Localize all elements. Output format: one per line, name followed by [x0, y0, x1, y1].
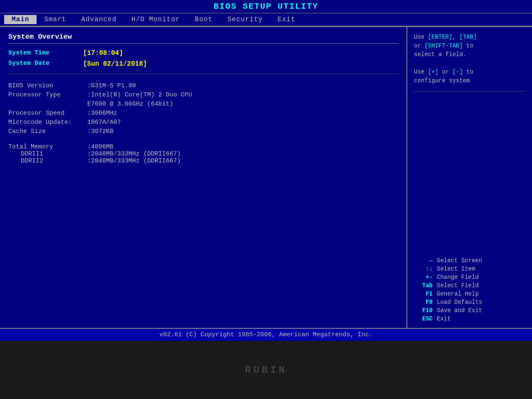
bios-version-sep: :: [87, 82, 91, 89]
key-select-item: ↑↓ Select Item: [414, 266, 525, 272]
processor-type-label2: [8, 101, 87, 108]
ddrii2-value: 2048MB/333MHz (DDRII667): [91, 158, 181, 165]
total-memory-sep: :: [87, 143, 91, 150]
processor-speed-label: Processor Speed: [8, 110, 87, 117]
key-select-item-desc: Select Item: [437, 266, 475, 272]
nav-hw-monitor[interactable]: H/O Monitor: [124, 15, 187, 24]
cache-size-sep: :: [87, 128, 91, 135]
processor-type-row2: E7600 @ 3.06GHz (64bit): [8, 101, 398, 108]
processor-type-value: Intel(R) Core(TM) 2 Duo CPU: [91, 91, 192, 99]
info-grid: BIOS Version : G31M-S P1.80 Processor Ty…: [8, 82, 398, 135]
system-date-label: System Date: [8, 60, 83, 67]
key-f9-desc: Load Defaults: [437, 299, 482, 305]
microcode-value: 1067A/A07: [87, 119, 121, 126]
nav-security[interactable]: Security: [220, 15, 270, 24]
key-f10-desc: Save and Exit: [437, 307, 482, 314]
help-line5: Use [+] or [-] to: [414, 68, 525, 76]
key-f9-name: F9: [414, 299, 433, 305]
time-date-values: [17:08:04] [Sun 02/11/2018]: [83, 49, 147, 68]
processor-speed-sep: :: [87, 110, 91, 117]
nav-advanced[interactable]: Advanced: [74, 15, 124, 24]
system-date-value[interactable]: [Sun 02/11/2018]: [83, 60, 147, 68]
total-memory-value: 4096MB: [91, 143, 113, 150]
help-line6: configure system: [414, 76, 525, 85]
total-memory-label: Total Memory: [8, 143, 87, 150]
key-select-field: Tab Select Field: [414, 282, 525, 289]
key-arrows-lr: ↔: [414, 257, 433, 264]
ddrii2-row: DDRII2 : 2048MB/333MHz (DDRII667): [8, 158, 398, 165]
processor-type-sep: :: [87, 91, 91, 99]
key-select-screen-desc: Select Screen: [437, 257, 482, 264]
cache-size-value: 3072KB: [91, 128, 113, 135]
section-title: System Overview: [8, 33, 398, 44]
system-time-value[interactable]: [17:08:04]: [83, 49, 147, 57]
help-line3: select a field.: [414, 50, 525, 59]
key-select-field-desc: Select Field: [437, 282, 479, 289]
key-esc: ESC Exit: [414, 315, 525, 322]
ddrii1-label: DDRII1: [8, 150, 87, 158]
help-text: Use [ENTER], [TAB] or [SHIFT-TAB] to sel…: [414, 33, 525, 91]
bios-title: BIOS SETUP UTILITY: [214, 2, 318, 11]
microcode-row: Microcode Update: 1067A/A07: [8, 119, 398, 126]
key-arrows-ud: ↑↓: [414, 266, 433, 272]
nav-main[interactable]: Main: [4, 15, 37, 24]
microcode-label: Microcode Update:: [8, 119, 87, 126]
key-f1-name: F1: [414, 291, 433, 297]
footer-bar: v02.61 (C) Copyright 1985-2006, American…: [0, 328, 532, 341]
help-line2: or [SHIFT-TAB] to: [414, 42, 525, 50]
key-change-field-desc: Change Field: [437, 274, 479, 281]
brand-label: RUBIN: [245, 365, 287, 376]
bottom-area: RUBIN: [0, 341, 532, 399]
key-plus-minus: +-: [414, 274, 433, 281]
processor-type-row: Processor Type : Intel(R) Core(TM) 2 Duo…: [8, 91, 398, 99]
key-esc-desc: Exit: [437, 315, 451, 322]
key-select-screen: ↔ Select Screen: [414, 257, 525, 264]
total-memory-row: Total Memory : 4096MB: [8, 143, 398, 150]
processor-speed-value: 3066MHz: [91, 110, 117, 117]
nav-menu: Main Smart Advanced H/O Monitor Boot Sec…: [0, 13, 532, 27]
processor-speed-row: Processor Speed : 3066MHz: [8, 110, 398, 117]
memory-section: Total Memory : 4096MB DDRII1 : 2048MB/33…: [8, 143, 398, 165]
processor-type-value2: E7600 @ 3.06GHz (64bit): [87, 101, 173, 108]
key-f10-name: F10: [414, 307, 433, 314]
help-line1: Use [ENTER], [TAB]: [414, 33, 525, 42]
ddrii1-value: 2048MB/333MHz (DDRII667): [91, 150, 181, 158]
right-panel: Use [ENTER], [TAB] or [SHIFT-TAB] to sel…: [407, 27, 532, 328]
key-f1: F1 General Help: [414, 291, 525, 297]
system-time-label: System Time: [8, 49, 83, 57]
nav-smart[interactable]: Smart: [37, 15, 74, 24]
ddrii2-label: DDRII2: [8, 158, 87, 165]
cache-size-label: Cache Size: [8, 128, 87, 135]
cache-size-row: Cache Size : 3072KB: [8, 128, 398, 135]
nav-exit[interactable]: Exit: [270, 15, 303, 24]
bios-version-value: G31M-S P1.80: [91, 82, 136, 89]
bios-version-row: BIOS Version : G31M-S P1.80: [8, 82, 398, 89]
key-f9: F9 Load Defaults: [414, 299, 525, 305]
ddrii1-sep: :: [87, 150, 91, 158]
footer-text: v02.61 (C) Copyright 1985-2006, American…: [159, 331, 372, 338]
bios-screen: BIOS SETUP UTILITY Main Smart Advanced H…: [0, 0, 532, 341]
title-bar: BIOS SETUP UTILITY: [0, 0, 532, 13]
bios-version-label: BIOS Version: [8, 82, 87, 89]
main-content: System Overview System Time System Date …: [0, 27, 532, 328]
key-tab: Tab: [414, 282, 433, 289]
nav-boot[interactable]: Boot: [187, 15, 220, 24]
left-panel: System Overview System Time System Date …: [0, 27, 407, 328]
key-esc-name: ESC: [414, 315, 433, 322]
time-date-section: System Time System Date [17:08:04] [Sun …: [8, 49, 398, 74]
time-date-labels: System Time System Date: [8, 49, 83, 68]
ddrii2-sep: :: [87, 158, 91, 165]
ddrii1-row: DDRII1 : 2048MB/333MHz (DDRII667): [8, 150, 398, 158]
key-f1-desc: General Help: [437, 291, 479, 297]
keys-section: ↔ Select Screen ↑↓ Select Item +- Change…: [414, 257, 525, 322]
key-change-field: +- Change Field: [414, 274, 525, 281]
key-f10: F10 Save and Exit: [414, 307, 525, 314]
processor-type-label: Processor Type: [8, 91, 87, 99]
